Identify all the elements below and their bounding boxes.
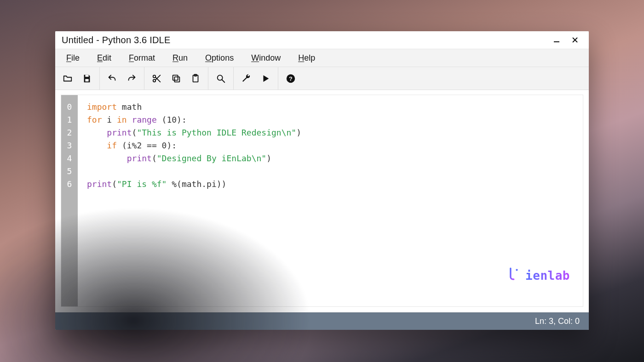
svg-rect-4 xyxy=(85,79,88,81)
titlebar[interactable]: Untitled - Python 3.6 IDLE xyxy=(55,31,589,49)
settings-button[interactable] xyxy=(237,70,255,87)
svg-line-14 xyxy=(222,79,225,82)
code-line: for i in range (10): xyxy=(87,113,575,126)
watermark: ienlab xyxy=(445,253,570,298)
save-button[interactable] xyxy=(78,70,96,87)
svg-text:?: ? xyxy=(289,75,293,82)
window-title: Untitled - Python 3.6 IDLE xyxy=(62,35,170,45)
menubar: File Edit Format Run Options Window Help xyxy=(55,49,589,67)
code-line: print("This is Python IDLE Redesign\n") xyxy=(87,126,575,139)
svg-rect-9 xyxy=(174,77,179,82)
folder-icon xyxy=(63,74,73,84)
minimize-button[interactable] xyxy=(547,31,566,49)
undo-button[interactable] xyxy=(104,70,121,87)
redo-icon xyxy=(126,74,137,84)
copy-button[interactable] xyxy=(167,70,185,87)
open-button[interactable] xyxy=(59,70,76,87)
run-button[interactable] xyxy=(257,70,274,87)
editor[interactable]: 0 1 2 3 4 5 6 import mathfor i in range … xyxy=(61,95,583,307)
code-line: import math xyxy=(87,101,575,113)
svg-rect-10 xyxy=(173,75,178,80)
toolbar: ? xyxy=(55,67,589,90)
undo-icon xyxy=(107,74,117,84)
search-icon xyxy=(216,74,226,84)
save-icon xyxy=(82,74,92,84)
code-line: print("PI is %f" %(math.pi)) xyxy=(87,178,575,191)
code-view[interactable]: import mathfor i in range (10): print("T… xyxy=(78,95,583,306)
menu-run[interactable]: Run xyxy=(166,51,194,66)
svg-point-13 xyxy=(218,75,223,80)
menu-window[interactable]: Window xyxy=(245,51,287,66)
logo-text: ienlab xyxy=(525,269,570,282)
clipboard-icon xyxy=(190,74,201,84)
cursor-position: Ln: 3, Col: 0 xyxy=(535,317,580,326)
line-gutter: 0 1 2 3 4 5 6 xyxy=(61,95,78,306)
menu-help[interactable]: Help xyxy=(292,51,322,66)
menu-options[interactable]: Options xyxy=(199,51,240,66)
help-icon: ? xyxy=(286,74,296,84)
svg-point-17 xyxy=(516,269,518,271)
help-button[interactable]: ? xyxy=(282,70,299,87)
logo-icon xyxy=(445,253,521,298)
cut-button[interactable] xyxy=(148,70,166,87)
wrench-icon xyxy=(241,74,251,84)
minimize-icon xyxy=(553,36,560,44)
menu-file[interactable]: File xyxy=(60,51,86,66)
play-icon xyxy=(260,74,270,84)
copy-icon xyxy=(171,74,181,84)
editor-area: 0 1 2 3 4 5 6 import mathfor i in range … xyxy=(55,90,589,312)
close-icon xyxy=(571,36,579,44)
menu-format[interactable]: Format xyxy=(122,51,161,66)
paste-button[interactable] xyxy=(187,70,204,87)
svg-rect-3 xyxy=(85,74,88,77)
close-button[interactable] xyxy=(566,31,584,49)
scissors-icon xyxy=(152,74,162,84)
search-button[interactable] xyxy=(212,70,230,87)
idle-window: Untitled - Python 3.6 IDLE File Edit For… xyxy=(55,31,589,330)
code-line xyxy=(87,165,575,178)
menu-edit[interactable]: Edit xyxy=(91,51,118,66)
code-line: print("Designed By iEnLab\n") xyxy=(87,152,575,165)
redo-button[interactable] xyxy=(123,70,140,87)
code-line: if (i%2 == 0): xyxy=(87,139,575,152)
statusbar: Ln: 3, Col: 0 xyxy=(55,312,589,330)
